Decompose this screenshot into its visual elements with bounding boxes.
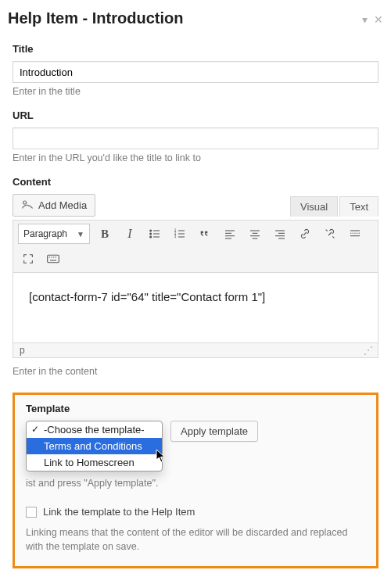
media-icon (21, 199, 34, 212)
title-hint: Enter in the title (13, 86, 378, 97)
editor-content[interactable]: [contact-form-7 id="64" title="Contact f… (13, 273, 378, 343)
url-hint: Enter in the URL you'd like the title to… (13, 152, 378, 163)
link-button[interactable] (295, 224, 315, 244)
url-input[interactable] (13, 127, 378, 149)
bold-button[interactable]: B (95, 224, 115, 244)
tab-text[interactable]: Text (339, 196, 378, 217)
bullet-list-button[interactable] (145, 224, 165, 244)
format-select-label: Paragraph (23, 228, 67, 239)
editor-toolbar: Paragraph ▼ B I 123 (13, 220, 378, 273)
align-right-button[interactable] (270, 224, 290, 244)
keyboard-icon[interactable] (43, 249, 63, 269)
link-template-label: Link the template to the Help Item (43, 506, 195, 518)
resize-handle-icon[interactable]: ⋰ (364, 345, 371, 356)
collapse-icon[interactable]: ▾ (362, 13, 368, 26)
italic-button[interactable]: I (120, 224, 140, 244)
insert-more-button[interactable] (345, 224, 365, 244)
linking-note: Linking means that the content of the ed… (26, 525, 365, 554)
fullscreen-button[interactable] (18, 249, 38, 269)
apply-template-button[interactable]: Apply template (170, 421, 258, 442)
svg-rect-28 (48, 255, 59, 262)
numbered-list-button[interactable]: 123 (170, 224, 190, 244)
add-media-label: Add Media (38, 199, 87, 211)
svg-point-3 (150, 233, 152, 235)
template-dropdown[interactable]: -Choose the template- Terms and Conditio… (26, 421, 163, 471)
template-option-placeholder[interactable]: -Choose the template- (27, 421, 162, 438)
link-template-checkbox[interactable] (26, 507, 37, 518)
panel-title: Help Item - Introduction (8, 9, 362, 27)
add-media-button[interactable]: Add Media (13, 194, 95, 217)
align-center-button[interactable] (245, 224, 265, 244)
url-label: URL (13, 109, 378, 121)
unlink-button[interactable] (320, 224, 340, 244)
template-option-homescreen[interactable]: Link to Homescreen (27, 454, 162, 471)
svg-point-5 (150, 236, 152, 238)
title-input[interactable] (13, 61, 378, 83)
content-hint: Enter in the content (13, 366, 378, 377)
editor-path: p (20, 345, 25, 356)
svg-text:3: 3 (174, 235, 177, 238)
close-icon[interactable]: ✕ (374, 13, 383, 26)
svg-point-1 (150, 230, 152, 231)
align-left-button[interactable] (220, 224, 240, 244)
title-label: Title (13, 43, 378, 55)
template-hint: ist and press "Apply template". (26, 478, 365, 489)
chevron-down-icon: ▼ (77, 230, 84, 238)
template-option-terms[interactable]: Terms and Conditions (27, 438, 162, 454)
svg-point-0 (23, 201, 27, 204)
blockquote-button[interactable] (195, 224, 215, 244)
content-label: Content (13, 176, 378, 188)
template-label: Template (26, 403, 365, 414)
format-select[interactable]: Paragraph ▼ (18, 224, 90, 244)
tab-visual[interactable]: Visual (290, 196, 338, 217)
template-section: Template -Choose the template- Terms and… (13, 393, 378, 568)
